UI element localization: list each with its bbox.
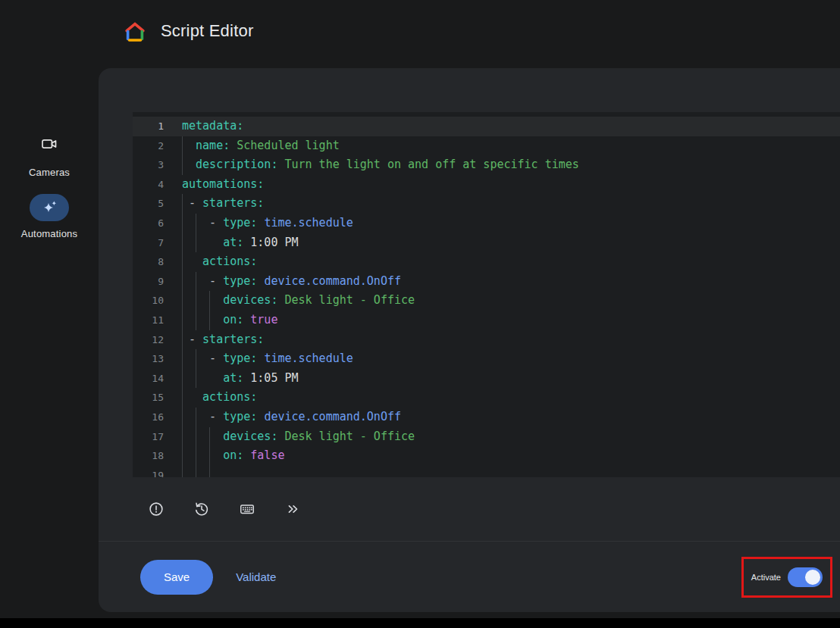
indent-guide	[196, 369, 196, 389]
code-line[interactable]: 6 - type: time.schedule	[133, 214, 840, 233]
app-header: Script Editor	[0, 0, 840, 59]
indent-guide	[182, 446, 183, 466]
code-line-text: actions:	[176, 388, 840, 408]
code-line[interactable]: 17 devices: Desk light - Office	[133, 427, 840, 447]
sparkle-icon	[40, 198, 58, 217]
code-line-text: at: 1:05 PM	[176, 369, 840, 389]
line-number: 12	[133, 330, 176, 350]
code-line-text: - type: device.command.OnOff	[176, 408, 840, 427]
annotation-highlight-box: Activate	[741, 557, 832, 598]
line-number: 18	[133, 446, 176, 466]
indent-guide	[182, 388, 183, 408]
indent-guide	[182, 272, 183, 292]
code-line[interactable]: 13 - type: time.schedule	[133, 349, 840, 369]
editor-toolbar	[133, 477, 840, 541]
code-line[interactable]: 3 description: Turn the light on and off…	[133, 155, 840, 175]
indent-guide	[182, 291, 183, 311]
code-line[interactable]: 12 - starters:	[133, 330, 840, 350]
activate-label: Activate	[751, 573, 781, 582]
indent-guide	[209, 291, 210, 311]
code-line-text: devices: Desk light - Office	[176, 291, 840, 311]
line-number: 7	[133, 233, 176, 253]
indent-guide	[182, 330, 183, 350]
line-number: 10	[133, 291, 176, 311]
keyboard-icon	[239, 501, 255, 517]
code-line[interactable]: 16 - type: device.command.OnOff	[133, 408, 840, 427]
problems-button[interactable]	[142, 495, 171, 523]
code-line-text	[176, 466, 840, 477]
line-number: 8	[133, 252, 176, 272]
line-number: 11	[133, 311, 176, 330]
indent-guide	[182, 252, 183, 272]
indent-guide	[209, 311, 210, 330]
validate-button[interactable]: Validate	[236, 570, 276, 583]
code-line[interactable]: 2 name: Scheduled light	[133, 136, 840, 156]
sidebar-item-label: Cameras	[0, 167, 99, 178]
code-line-text: - starters:	[176, 330, 840, 350]
code-line[interactable]: 8 actions:	[133, 252, 840, 272]
sidebar-item-automations[interactable]: Automations	[0, 194, 99, 239]
history-button[interactable]	[187, 495, 216, 523]
code-line[interactable]: 18 on: false	[133, 446, 840, 466]
line-number: 3	[133, 155, 176, 175]
code-line-text: metadata:	[176, 117, 840, 136]
code-line-text: at: 1:00 PM	[176, 233, 840, 253]
code-line[interactable]: 10 devices: Desk light - Office	[133, 291, 840, 311]
indent-guide	[196, 233, 196, 253]
code-line[interactable]: 7 at: 1:00 PM	[133, 233, 840, 253]
line-number: 14	[133, 369, 176, 389]
line-number: 13	[133, 349, 176, 369]
line-number: 17	[133, 427, 176, 447]
code-line-text: automations:	[176, 175, 840, 195]
code-line[interactable]: 5 - starters:	[133, 194, 840, 214]
code-line[interactable]: 14 at: 1:05 PM	[133, 369, 840, 389]
indent-guide	[209, 427, 210, 447]
code-line-text: name: Scheduled light	[176, 136, 840, 156]
code-line[interactable]: 15 actions:	[133, 388, 840, 408]
alert-circle-icon	[148, 501, 165, 517]
indent-guide	[182, 136, 183, 156]
code-line-text: actions:	[176, 252, 840, 272]
indent-guide	[209, 446, 210, 466]
editor-card: 1metadata:2 name: Scheduled light3 descr…	[99, 68, 840, 612]
indent-guide	[196, 466, 196, 477]
code-line[interactable]: 11 on: true	[133, 311, 840, 330]
indent-guide	[182, 214, 183, 233]
code-line-text: - type: device.command.OnOff	[176, 272, 840, 292]
code-line[interactable]: 4automations:	[133, 175, 840, 195]
line-number: 4	[133, 175, 176, 195]
indent-guide	[196, 446, 196, 466]
google-home-logo	[123, 19, 147, 43]
indent-guide	[182, 427, 183, 447]
more-tools-button[interactable]	[278, 495, 307, 523]
indent-guide	[196, 349, 196, 369]
indent-guide	[182, 194, 183, 214]
code-line-text: - type: time.schedule	[176, 349, 840, 369]
toggle-thumb	[805, 570, 820, 585]
code-line[interactable]: 9 - type: device.command.OnOff	[133, 272, 840, 292]
line-number: 6	[133, 214, 176, 233]
indent-guide	[196, 311, 196, 330]
code-line-text: - type: time.schedule	[176, 214, 840, 233]
activate-toggle[interactable]	[788, 567, 823, 587]
indent-guide	[182, 408, 183, 427]
keyboard-button[interactable]	[233, 495, 262, 523]
code-editor[interactable]: 1metadata:2 name: Scheduled light3 descr…	[133, 112, 840, 477]
line-number: 2	[133, 136, 176, 156]
indent-guide	[182, 369, 183, 389]
indent-guide	[182, 311, 183, 330]
indent-guide	[182, 233, 183, 253]
sidebar-item-cameras[interactable]: Cameras	[0, 135, 99, 178]
sidebar: Cameras Automations	[0, 59, 99, 628]
active-pill	[30, 194, 69, 221]
code-line-text: description: Turn the light on and off a…	[176, 155, 840, 175]
sidebar-item-label: Automations	[0, 228, 99, 239]
line-number: 16	[133, 408, 176, 427]
page-title: Script Editor	[161, 21, 253, 41]
code-line[interactable]: 1metadata:	[133, 117, 840, 136]
code-line-text: - starters:	[176, 194, 840, 214]
save-button[interactable]: Save	[140, 560, 213, 595]
line-number: 19	[133, 466, 176, 477]
line-number: 15	[133, 388, 176, 408]
code-line[interactable]: 19	[133, 466, 840, 477]
